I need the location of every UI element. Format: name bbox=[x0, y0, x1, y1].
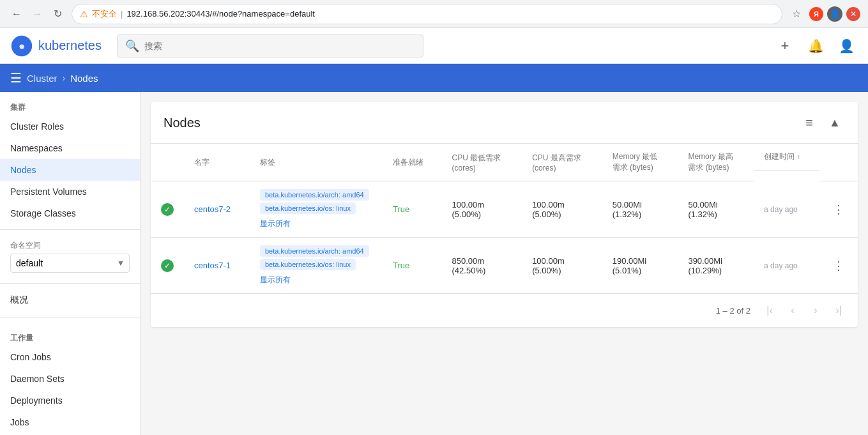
pagination-next-button[interactable]: › bbox=[807, 301, 825, 319]
mem-max-row1: 50.00Mi(1.32%) bbox=[688, 200, 717, 219]
sidebar-item-daemon-sets[interactable]: Daemon Sets bbox=[0, 368, 140, 390]
sidebar-divider-3 bbox=[0, 317, 140, 317]
col-name: 名字 bbox=[184, 144, 250, 181]
row2-created-cell: a day ago bbox=[754, 238, 819, 294]
security-warning-icon: ⚠ bbox=[80, 9, 88, 19]
workload-section-title: 工作量 bbox=[0, 323, 140, 346]
table-header: 名字 标签 准备就绪 CPU 最低需求(cores) CPU 最高需求(core… bbox=[151, 144, 858, 181]
row1-ready-cell: True bbox=[383, 181, 441, 238]
url-text: 192.168.56.202:30443/#/node?namespace=de… bbox=[126, 9, 315, 19]
row2-cpu-min-cell: 850.00m(42.50%) bbox=[442, 238, 522, 294]
mem-max-row2: 390.00Mi(10.29%) bbox=[688, 256, 722, 275]
sidebar-item-namespaces[interactable]: Namespaces bbox=[0, 137, 140, 159]
app-bar-actions: + 🔔 👤 bbox=[773, 34, 858, 57]
pagination-prev-button[interactable]: ‹ bbox=[784, 301, 802, 319]
insecure-label: 不安全 bbox=[92, 8, 117, 20]
sort-button[interactable]: ▲ bbox=[825, 112, 845, 133]
add-button[interactable]: + bbox=[773, 34, 796, 57]
account-button[interactable]: 👤 bbox=[835, 34, 858, 57]
app-title: kubernetes bbox=[38, 38, 102, 53]
svg-text:⎈: ⎈ bbox=[19, 42, 25, 51]
col-cpu-min: CPU 最低需求(cores) bbox=[442, 144, 522, 181]
table-body: ✓ centos7-2 beta.kubernetes.io/arch: amd… bbox=[151, 181, 858, 294]
filter-button[interactable]: ≡ bbox=[799, 112, 819, 133]
sidebar-item-cluster-roles[interactable]: Cluster Roles bbox=[0, 116, 140, 137]
menu-icon[interactable]: ☰ bbox=[10, 70, 22, 86]
breadcrumb-bar: ☰ Cluster › Nodes bbox=[0, 64, 868, 92]
url-separator: | bbox=[121, 9, 123, 19]
breadcrumb-separator: › bbox=[63, 73, 66, 83]
pagination-bar: 1 – 2 of 2 |‹ ‹ › ›| bbox=[151, 293, 858, 327]
mem-min-row2: 190.00Mi(5.01%) bbox=[613, 256, 646, 275]
row2-status-cell: ✓ bbox=[151, 238, 184, 294]
col-mem-min: Memory 最低需求 (bytes) bbox=[602, 144, 678, 181]
ready-badge-row1: True bbox=[393, 204, 409, 214]
sidebar-item-cron-jobs[interactable]: Cron Jobs bbox=[0, 346, 140, 368]
tag-chip: beta.kubernetes.io/arch: amd64 bbox=[260, 189, 369, 201]
row1-mem-max-cell: 50.00Mi(1.32%) bbox=[678, 181, 754, 238]
sidebar-item-storage-classes[interactable]: Storage Classes bbox=[0, 202, 140, 224]
pagination-first-button[interactable]: |‹ bbox=[761, 301, 779, 319]
ready-badge-row2: True bbox=[393, 261, 409, 270]
row2-tags-cell: beta.kubernetes.io/arch: amd64 beta.kube… bbox=[250, 238, 383, 294]
search-bar[interactable]: 🔍 bbox=[117, 34, 423, 57]
kubernetes-logo: ⎈ bbox=[10, 34, 33, 57]
panel-title: Nodes bbox=[164, 116, 201, 130]
row1-cpu-min-cell: 100.00m(5.00%) bbox=[442, 181, 522, 238]
sidebar-item-nodes[interactable]: Nodes bbox=[0, 159, 140, 181]
bookmark-button[interactable]: ☆ bbox=[788, 5, 805, 23]
notifications-button[interactable]: 🔔 bbox=[804, 34, 827, 57]
search-icon: 🔍 bbox=[125, 39, 139, 53]
col-created: 创建时间 ↑ bbox=[754, 144, 819, 171]
search-input[interactable] bbox=[144, 41, 415, 51]
chrome-account-icon: 👤 bbox=[827, 6, 842, 22]
row1-created-cell: a day ago bbox=[754, 181, 819, 238]
pagination-last-button[interactable]: ›| bbox=[830, 301, 848, 319]
cluster-section-title: 集群 bbox=[0, 92, 140, 116]
sidebar: 集群 Cluster Roles Namespaces Nodes Persis… bbox=[0, 92, 141, 435]
yandex-icon: Я bbox=[809, 7, 823, 21]
sidebar-item-overview[interactable]: 概况 bbox=[0, 289, 140, 312]
tag-chip: beta.kubernetes.io/os: linux bbox=[260, 259, 356, 270]
node-link-centos7-1[interactable]: centos7-1 bbox=[194, 261, 231, 270]
col-cpu-max: CPU 最高需求(cores) bbox=[522, 144, 602, 181]
namespace-section: 命名空间 default kube-system kube-public ▼ bbox=[0, 235, 140, 278]
cpu-max-row2: 100.00m(5.00%) bbox=[532, 256, 565, 275]
row1-tags-cell: beta.kubernetes.io/arch: amd64 beta.kube… bbox=[250, 181, 383, 238]
mem-min-row1: 50.00Mi(1.32%) bbox=[613, 200, 642, 219]
status-icon-row1: ✓ bbox=[161, 203, 174, 216]
app-logo[interactable]: ⎈ kubernetes bbox=[10, 34, 102, 57]
back-button[interactable]: ← bbox=[8, 5, 26, 23]
row2-mem-max-cell: 390.00Mi(10.29%) bbox=[678, 238, 754, 294]
row1-status-cell: ✓ bbox=[151, 181, 184, 238]
show-all-link-row2[interactable]: 显示所有 bbox=[260, 275, 372, 286]
sidebar-item-jobs[interactable]: Jobs bbox=[0, 411, 140, 433]
reload-button[interactable]: ↻ bbox=[49, 5, 66, 23]
row1-name-cell: centos7-2 bbox=[184, 181, 250, 238]
namespace-label: 命名空间 bbox=[10, 240, 130, 251]
nodes-table: 名字 标签 准备就绪 CPU 最低需求(cores) CPU 最高需求(core… bbox=[151, 144, 858, 293]
forward-button[interactable]: → bbox=[28, 5, 46, 23]
namespace-select[interactable]: default kube-system kube-public bbox=[10, 254, 130, 273]
row2-mem-min-cell: 190.00Mi(5.01%) bbox=[602, 238, 678, 294]
row1-action-button[interactable]: ⋮ bbox=[830, 201, 848, 218]
sidebar-item-deployments[interactable]: Deployments bbox=[0, 390, 140, 411]
main-layout: 集群 Cluster Roles Namespaces Nodes Persis… bbox=[0, 92, 868, 435]
tag-chip: beta.kubernetes.io/os: linux bbox=[260, 202, 356, 214]
created-time-row1: a day ago bbox=[764, 205, 798, 214]
node-link-centos7-2[interactable]: centos7-2 bbox=[194, 204, 231, 214]
col-mem-max: Memory 最高需求 (bytes) bbox=[678, 144, 754, 181]
cpu-min-row1: 100.00m(5.00%) bbox=[452, 200, 485, 219]
address-bar[interactable]: ⚠ 不安全 | 192.168.56.202:30443/#/node?name… bbox=[72, 4, 782, 24]
status-icon-row2: ✓ bbox=[161, 259, 174, 272]
tag-chip: beta.kubernetes.io/arch: amd64 bbox=[260, 245, 369, 257]
nodes-panel: Nodes ≡ ▲ 名字 标签 准备就绪 CPU 最低需求(cores) CPU… bbox=[151, 102, 858, 327]
row2-action-cell: ⋮ bbox=[819, 238, 858, 294]
panel-header-actions: ≡ ▲ bbox=[799, 112, 845, 133]
sidebar-divider bbox=[0, 229, 140, 230]
row2-action-button[interactable]: ⋮ bbox=[830, 257, 848, 275]
sidebar-item-persistent-volumes[interactable]: Persistent Volumes bbox=[0, 181, 140, 202]
show-all-link-row1[interactable]: 显示所有 bbox=[260, 218, 372, 229]
breadcrumb-cluster-link[interactable]: Cluster bbox=[27, 73, 57, 84]
table-row: ✓ centos7-2 beta.kubernetes.io/arch: amd… bbox=[151, 181, 858, 238]
